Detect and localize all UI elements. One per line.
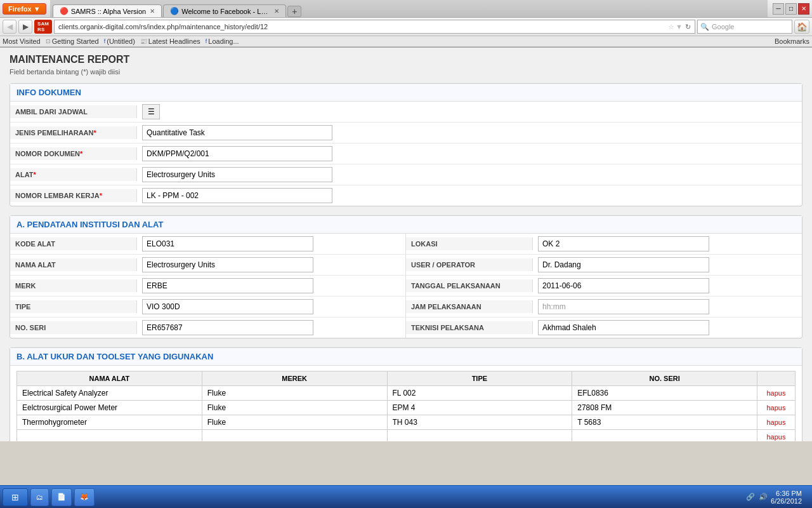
maximize-button[interactable]: □: [785, 3, 797, 15]
hapus-link-2[interactable]: hapus: [767, 418, 786, 426]
alat-nama-input-1[interactable]: [22, 403, 188, 412]
ambil-dari-jadwal-row: AMBIL DARI JADWAL ☰: [10, 102, 802, 123]
nama-alat-input[interactable]: [142, 257, 313, 272]
back-button[interactable]: ◀: [3, 20, 16, 34]
teknisi-cell: TEKNISI PELAKSANA: [406, 318, 802, 338]
tanggal-input[interactable]: [538, 278, 709, 293]
address-refresh-icon[interactable]: ↻: [685, 23, 691, 31]
alat-noseri-input-1[interactable]: [577, 403, 743, 412]
search-input-placeholder[interactable]: Google: [712, 23, 734, 30]
ambil-dari-jadwal-icon-btn[interactable]: ☰: [142, 104, 160, 119]
info-dokumen-section: INFO DOKUMEN AMBIL DARI JADWAL ☰ JENIS P…: [10, 83, 802, 206]
alat-nama-input-3[interactable]: [22, 432, 188, 441]
ambil-dari-jadwal-value: ☰: [137, 102, 802, 122]
kode-alat-cell: KODE ALAT: [10, 234, 406, 254]
alat-tipe-input-2[interactable]: [393, 418, 558, 427]
nama-alat-label: NAMA ALAT: [10, 258, 137, 271]
home-button[interactable]: 🏠: [794, 20, 809, 34]
alat-merek-input-1[interactable]: [207, 403, 373, 412]
user-operator-value: [533, 255, 802, 275]
address-triangle-icon: ▼: [676, 23, 683, 30]
alat-tipe-input-0[interactable]: [393, 389, 558, 398]
minimize-button[interactable]: ─: [773, 3, 784, 15]
pendataan-row-4: TIPE JAM PELAKSANAAN: [10, 297, 802, 318]
hapus-link-3[interactable]: hapus: [767, 433, 786, 441]
alat-input[interactable]: [142, 167, 332, 182]
table-row: hapus: [17, 415, 796, 430]
firefox-menu-button[interactable]: Firefox ▼: [3, 3, 46, 15]
col-header-nama-alat: NAMA ALAT: [17, 371, 202, 386]
tanggal-cell: TANGGAL PELAKSANAAN: [406, 276, 802, 296]
nomor-lembar-kerja-input[interactable]: [142, 188, 332, 203]
close-button[interactable]: ✕: [798, 3, 809, 15]
hapus-link-1[interactable]: hapus: [767, 404, 786, 411]
bookmark-loading[interactable]: f Loading...: [206, 37, 239, 45]
page-content: MAINTENANCE REPORT Field bertanda bintan…: [0, 48, 812, 441]
no-seri-input[interactable]: [142, 320, 313, 335]
tipe-input[interactable]: [142, 299, 313, 314]
alat-merek-input-2[interactable]: [207, 418, 373, 427]
no-seri-label: NO. SERI: [10, 321, 137, 334]
alat-nama-input-2[interactable]: [22, 418, 188, 427]
lokasi-value: [533, 234, 802, 254]
alat-ukur-table: NAMA ALAT MEREK TIPE NO. SERI hapus hapu…: [16, 371, 796, 441]
col-header-tipe: TIPE: [387, 371, 572, 386]
jam-cell: JAM PELAKSANAAN: [406, 297, 802, 317]
alat-nama-input-0[interactable]: [22, 389, 188, 398]
jam-value: [533, 297, 802, 317]
ambil-dari-jadwal-label: AMBIL DARI JADWAL: [10, 105, 137, 118]
alat-merek-input-0[interactable]: [207, 389, 373, 398]
col-header-merek: MEREK: [202, 371, 387, 386]
nomor-lembar-kerja-value: [137, 185, 802, 206]
browser-logo: SAMRS: [34, 20, 52, 34]
bookmark-getting-started[interactable]: ⊡ Getting Started: [46, 37, 99, 45]
tanggal-value: [533, 276, 802, 296]
tab-samrs-icon: 🔴: [60, 7, 69, 15]
table-row: hapus: [17, 401, 796, 415]
tab-samrs-close[interactable]: ✕: [150, 8, 155, 15]
nomor-dokumen-row: NOMOR DOKUMEN*: [10, 144, 802, 164]
alat-noseri-input-2[interactable]: [577, 418, 743, 427]
tab-facebook-close[interactable]: ✕: [274, 8, 279, 15]
tab-facebook[interactable]: 🔵 Welcome to Facebook - Log In, Sign ...…: [163, 4, 286, 17]
alat-tipe-input-3[interactable]: [393, 432, 558, 441]
browser-chrome: Firefox ▼ 🔴 SAMRS :: Alpha Version ✕ 🔵 W…: [0, 0, 812, 48]
kode-alat-value: [137, 234, 405, 254]
alat-merek-input-3[interactable]: [207, 432, 373, 441]
pendataan-row-5: NO. SERI TEKNISI PELAKSANA: [10, 318, 802, 338]
hapus-link-0[interactable]: hapus: [767, 389, 786, 397]
bookmark-most-visited[interactable]: Most Visited: [3, 37, 41, 45]
table-header-row: NAMA ALAT MEREK TIPE NO. SERI: [17, 371, 796, 386]
lokasi-label: LOKASI: [406, 237, 533, 250]
forward-button[interactable]: ▶: [18, 20, 32, 34]
nomor-lembar-kerja-label: NOMOR LEMBAR KERJA*: [10, 189, 137, 202]
nomor-dokumen-value: [137, 144, 802, 164]
nama-alat-cell: NAMA ALAT: [10, 255, 406, 275]
bookmark-headlines[interactable]: 📰 Latest Headlines: [140, 37, 200, 45]
tabs-container: 🔴 SAMRS :: Alpha Version ✕ 🔵 Welcome to …: [50, 0, 768, 17]
search-icon: 🔍: [700, 23, 709, 31]
jam-input[interactable]: [538, 299, 709, 314]
jenis-pemeliharaan-input[interactable]: [142, 125, 332, 140]
merk-value: [137, 276, 405, 296]
teknisi-input[interactable]: [538, 320, 709, 335]
alat-value: [137, 164, 802, 185]
kode-alat-input[interactable]: [142, 236, 313, 251]
tab-samrs[interactable]: 🔴 SAMRS :: Alpha Version ✕: [53, 4, 162, 17]
bookmark-untitled[interactable]: f (Untitled): [104, 37, 135, 45]
user-operator-input[interactable]: [538, 257, 709, 272]
alat-tipe-input-1[interactable]: [393, 403, 558, 412]
alat-noseri-input-0[interactable]: [577, 389, 743, 398]
new-tab-button[interactable]: +: [287, 6, 301, 17]
alat-req: *: [34, 171, 36, 178]
alat-noseri-input-3[interactable]: [577, 432, 743, 441]
pendataan-header: A. PENDATAAN INSTITUSI DAN ALAT: [10, 216, 802, 234]
tipe-value: [137, 297, 405, 317]
nomor-dokumen-input[interactable]: [142, 146, 332, 161]
lokasi-input[interactable]: [538, 236, 709, 251]
merk-input[interactable]: [142, 278, 313, 293]
nomor-lembar-kerja-row: NOMOR LEMBAR KERJA*: [10, 185, 802, 206]
col-header-no-seri: NO. SERI: [572, 371, 757, 386]
tipe-label: TIPE: [10, 300, 137, 313]
jam-label: JAM PELAKSANAAN: [406, 300, 533, 313]
